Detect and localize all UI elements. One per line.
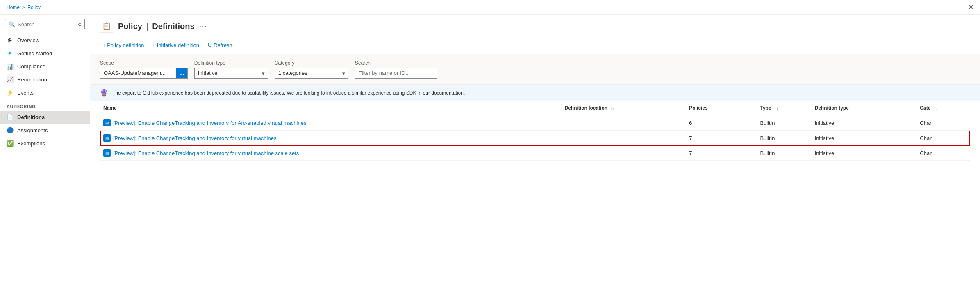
info-banner-text: The export to GitHub experience has been… <box>112 90 465 96</box>
sidebar-header: 🔍 « <box>0 15 90 34</box>
info-banner: 🔮 The export to GitHub experience has be… <box>90 85 980 101</box>
nav-remediation[interactable]: 📈 Remediation <box>0 73 90 86</box>
col-name[interactable]: Name ↑↓ <box>100 101 561 115</box>
col-type[interactable]: Type ↑↓ <box>757 101 811 115</box>
breadcrumb-separator: > <box>22 5 25 10</box>
search-icon: 🔍 <box>9 21 15 27</box>
row1-definition-type: Initiative <box>812 115 917 131</box>
col-def-type-sort-icon: ↑↓ <box>852 106 856 111</box>
breadcrumb-current[interactable]: Policy <box>27 5 41 10</box>
table-header-row: Name ↑↓ Definition location ↑↓ Policies … <box>100 101 970 115</box>
assignments-icon: 🔵 <box>7 127 13 133</box>
category-label: Category <box>275 60 348 66</box>
page-title: Policy | Definitions <box>118 22 195 31</box>
page-header: 📋 Policy | Definitions ··· <box>90 15 980 36</box>
scope-label: Scope <box>100 60 188 66</box>
col-category-sort-icon: ↑↓ <box>934 106 938 111</box>
scope-input[interactable] <box>100 68 176 79</box>
nav-assignments-label: Assignments <box>17 127 48 133</box>
col-policies-sort-icon: ↑↓ <box>711 106 715 111</box>
nav-assignments[interactable]: 🔵 Assignments <box>0 124 90 137</box>
authoring-section-label: Authoring <box>0 99 90 111</box>
nav-exemptions-label: Exemptions <box>17 140 45 147</box>
col-name-sort-icon: ↑↓ <box>120 106 124 111</box>
category-select[interactable]: 1 categories <box>275 68 348 79</box>
initiative-definition-button[interactable]: + Initiative definition <box>150 41 202 50</box>
col-definition-type[interactable]: Definition type ↑↓ <box>812 101 917 115</box>
compliance-icon: 📊 <box>7 63 13 70</box>
row3-name-link[interactable]: ▤ [Preview]: Enable ChangeTracking and I… <box>103 149 558 157</box>
col-def-loc-sort-icon: ↑↓ <box>611 106 615 111</box>
nav-getting-started[interactable]: ✦ Getting started <box>0 47 90 60</box>
row1-name: ▤ [Preview]: Enable ChangeTracking and I… <box>100 115 561 131</box>
nav-compliance[interactable]: 📊 Compliance <box>0 60 90 73</box>
row3-definition-type: Initiative <box>812 146 917 161</box>
close-button[interactable]: ✕ <box>968 3 973 11</box>
row3-name: ▤ [Preview]: Enable ChangeTracking and I… <box>100 146 561 161</box>
scope-browse-button[interactable]: ... <box>176 68 188 79</box>
col-type-sort-icon: ↑↓ <box>774 106 778 111</box>
row3-category: Chan <box>916 146 970 161</box>
breadcrumb-home[interactable]: Home <box>7 5 20 10</box>
getting-started-icon: ✦ <box>7 50 13 56</box>
scope-filter: ... <box>100 68 188 79</box>
row1-name-link[interactable]: ▤ [Preview]: Enable ChangeTracking and I… <box>103 119 558 126</box>
page-title-sub: Definitions <box>152 22 194 31</box>
definition-type-filter-group: Definition type Initiative <box>194 60 268 79</box>
nav-events-label: Events <box>17 90 34 96</box>
nav-remediation-label: Remediation <box>17 77 47 83</box>
collapse-button[interactable]: « <box>78 21 81 27</box>
nav-compliance-label: Compliance <box>17 63 45 70</box>
definitions-table: Name ↑↓ Definition location ↑↓ Policies … <box>100 101 970 161</box>
table-row: ▤ [Preview]: Enable ChangeTracking and I… <box>100 146 970 161</box>
sidebar: 🔍 « ⊕ Overview ✦ Getting started 📊 Compl… <box>0 15 90 305</box>
more-options-button[interactable]: ··· <box>200 23 207 30</box>
name-filter-input[interactable] <box>355 68 437 79</box>
refresh-icon: ↻ <box>207 42 212 48</box>
definition-type-label: Definition type <box>194 60 268 66</box>
nav-exemptions[interactable]: ✅ Exemptions <box>0 137 90 150</box>
sidebar-search-box[interactable]: 🔍 « <box>5 19 85 29</box>
row2-type: BuiltIn <box>757 131 811 146</box>
row2-icon: ▤ <box>103 134 111 142</box>
page-icon: 📋 <box>100 20 113 33</box>
info-icon: 🔮 <box>100 89 108 97</box>
sidebar-search-input[interactable] <box>18 21 75 27</box>
row2-name: ▤ [Preview]: Enable ChangeTracking and I… <box>100 131 561 146</box>
row2-category: Chan <box>916 131 970 146</box>
policy-definition-button[interactable]: + Policy definition <box>100 41 147 50</box>
scope-filter-group: Scope ... <box>100 60 188 79</box>
main-layout: 🔍 « ⊕ Overview ✦ Getting started 📊 Compl… <box>0 15 980 305</box>
top-bar: Home > Policy ✕ <box>0 0 980 15</box>
refresh-button[interactable]: ↻ Refresh <box>205 41 235 50</box>
row2-name-link[interactable]: ▤ [Preview]: Enable ChangeTracking and I… <box>103 134 558 142</box>
filters-row: Scope ... Definition type Initiative Cat… <box>90 54 980 85</box>
col-definition-location[interactable]: Definition location ↑↓ <box>561 101 686 115</box>
category-select-wrapper: 1 categories <box>275 68 348 79</box>
definitions-icon: 📄 <box>7 114 13 120</box>
row2-policies: 7 <box>686 131 757 146</box>
page-title-main: Policy <box>118 22 142 31</box>
row1-policies: 6 <box>686 115 757 131</box>
nav-definitions[interactable]: 📄 Definitions <box>0 111 90 124</box>
row2-definition-type: Initiative <box>812 131 917 146</box>
col-policies[interactable]: Policies ↑↓ <box>686 101 757 115</box>
breadcrumb: Home > Policy <box>7 5 41 10</box>
row1-icon: ▤ <box>103 119 111 126</box>
nav-overview-label: Overview <box>17 37 39 43</box>
row3-definition-location <box>561 146 686 161</box>
row1-type: BuiltIn <box>757 115 811 131</box>
nav-overview[interactable]: ⊕ Overview <box>0 34 90 47</box>
policy-icon: 📋 <box>102 22 111 31</box>
category-filter-group: Category 1 categories <box>275 60 348 79</box>
row3-policies: 7 <box>686 146 757 161</box>
overview-icon: ⊕ <box>7 37 13 43</box>
definition-type-select-wrapper: Initiative <box>194 68 268 79</box>
nav-events[interactable]: ⚡ Events <box>0 86 90 99</box>
row3-icon: ▤ <box>103 149 111 157</box>
table-row: ▤ [Preview]: Enable ChangeTracking and I… <box>100 115 970 131</box>
row1-category: Chan <box>916 115 970 131</box>
col-category[interactable]: Cate ↑↓ <box>916 101 970 115</box>
remediation-icon: 📈 <box>7 76 13 83</box>
definition-type-select[interactable]: Initiative <box>194 68 268 79</box>
